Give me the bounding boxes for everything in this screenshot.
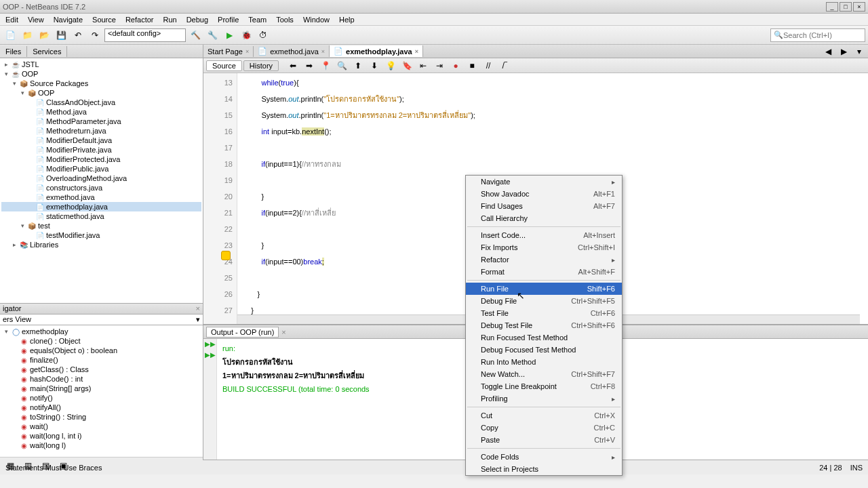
search-input[interactable]	[783, 31, 851, 39]
build-icon[interactable]: 🔨	[188, 28, 203, 43]
context-menu[interactable]: NavigateShow JavadocAlt+F1Find UsagesAlt…	[465, 175, 623, 476]
toggle-hl-icon[interactable]: 💡	[383, 58, 398, 73]
ctx-run-focused-test-method[interactable]: Run Focused Test Method	[466, 331, 622, 344]
close-icon[interactable]: ×	[196, 304, 200, 312]
new-project-icon[interactable]: 📁	[20, 28, 35, 43]
ctx-debug-test-file[interactable]: Debug Test FileCtrl+Shift+F6	[466, 319, 622, 331]
profile-icon[interactable]: ⏱	[256, 28, 271, 43]
ctx-format[interactable]: FormatAlt+Shift+F	[466, 266, 622, 278]
nav-member[interactable]: ◉toString() : String	[1, 412, 201, 422]
comment-icon[interactable]: //	[481, 58, 496, 73]
tab-start-page[interactable]: Start Page×	[203, 46, 254, 57]
stop-icon[interactable]: ▶▶	[205, 351, 214, 361]
search-box[interactable]: 🔍	[770, 28, 865, 42]
ctx-refactor[interactable]: Refactor	[466, 253, 622, 266]
tree-file[interactable]: 📄testModifier.java	[1, 230, 201, 240]
nav-member[interactable]: ◉main(String[] args)	[1, 384, 201, 393]
macro-stop-icon[interactable]: ■	[465, 58, 479, 73]
ctx-profiling[interactable]: Profiling	[466, 392, 622, 405]
tree-pkg-oop[interactable]: ▾📦OOP	[1, 88, 201, 98]
shift-left-icon[interactable]: ⇤	[416, 58, 431, 73]
ctx-debug-focused-test-method[interactable]: Debug Focused Test Method	[466, 344, 622, 356]
undo-icon[interactable]: ↶	[71, 28, 85, 43]
nav-member[interactable]: ◉notifyAll()	[1, 403, 201, 412]
tree-src-packages[interactable]: ▾📦Source Packages	[1, 79, 201, 88]
tree-file[interactable]: 📄constructors.java	[1, 183, 201, 192]
nav-fwd-icon[interactable]: ➡	[302, 58, 317, 73]
find-prev-icon[interactable]: ⬆	[351, 58, 366, 73]
code-area[interactable]: while(true){ System.out.println("โปรดกรอ…	[237, 73, 481, 324]
tree-file[interactable]: 📄exmethod.java	[1, 192, 201, 202]
project-tree[interactable]: ▸☕JSTL▾☕OOP▾📦Source Packages▾📦OOP📄ClassA…	[0, 58, 203, 303]
tree-oop[interactable]: ▾☕OOP	[1, 69, 201, 79]
members-tree[interactable]: ▾◯exmethodplay◉clone() : Object◉equals(O…	[0, 325, 203, 457]
bookmark-icon[interactable]: 🔖	[399, 58, 414, 73]
config-select[interactable]: <default config>	[104, 28, 186, 42]
prev-tab-icon[interactable]: ◀	[821, 44, 835, 59]
maximize-button[interactable]: □	[840, 2, 852, 12]
menu-edit[interactable]: Edit	[1, 15, 22, 24]
menu-debug[interactable]: Debug	[182, 15, 212, 24]
next-tab-icon[interactable]: ▶	[836, 44, 851, 59]
ctx-run-into-method[interactable]: Run Into Method	[466, 356, 622, 368]
ctx-code-folds[interactable]: Code Folds	[466, 451, 622, 463]
tree-file[interactable]: 📄ClassAndObject.java	[1, 98, 201, 107]
nav-member[interactable]: ◉finalize()	[1, 355, 201, 365]
close-icon[interactable]: ×	[321, 48, 325, 55]
ctx-call-hierarchy[interactable]: Call Hierarchy	[466, 212, 622, 224]
new-file-icon[interactable]: 📄	[3, 28, 18, 43]
tree-file[interactable]: 📄exmethodplay.java	[1, 202, 201, 211]
tab-files[interactable]: Files	[0, 46, 27, 57]
tab-exmethod[interactable]: 📄exmethod.java×	[254, 45, 330, 57]
open-icon[interactable]: 📂	[37, 28, 52, 43]
ctx-insert-code-[interactable]: Insert Code...Alt+Insert	[466, 229, 622, 241]
tree-file[interactable]: 📄Method.java	[1, 107, 201, 117]
tree-file[interactable]: 📄OverloadingMethod.java	[1, 174, 201, 183]
ctx-new-watch-[interactable]: New Watch...Ctrl+Shift+F7	[466, 368, 622, 380]
source-button[interactable]: Source	[206, 60, 242, 71]
tree-file[interactable]: 📄MethodParameter.java	[1, 117, 201, 126]
ctx-navigate[interactable]: Navigate	[466, 176, 622, 188]
ctx-cut[interactable]: CutCtrl+X	[466, 409, 622, 422]
ctx-fix-imports[interactable]: Fix ImportsCtrl+Shift+I	[466, 241, 622, 253]
menu-navigate[interactable]: Navigate	[50, 15, 87, 24]
clean-build-icon[interactable]: 🔧	[205, 28, 220, 43]
tree-file[interactable]: 📄Methodreturn.java	[1, 126, 201, 136]
last-edit-icon[interactable]: 📍	[318, 58, 333, 73]
nav-member[interactable]: ◉getClass() : Class	[1, 365, 201, 374]
close-icon[interactable]: ×	[415, 48, 418, 55]
find-next-icon[interactable]: ⬇	[367, 58, 382, 73]
menu-view[interactable]: View	[24, 15, 48, 24]
minimize-button[interactable]: _	[826, 2, 838, 12]
warning-icon[interactable]	[221, 251, 231, 260]
nav-class[interactable]: ▾◯exmethodplay	[1, 327, 201, 336]
ctx-test-file[interactable]: Test FileCtrl+F6	[466, 307, 622, 319]
nav-back-icon[interactable]: ⬅	[285, 58, 300, 73]
tree-file[interactable]: 📄ModifierPrivate.java	[1, 145, 201, 155]
close-icon[interactable]: ×	[281, 328, 285, 336]
ctx-debug-file[interactable]: Debug FileCtrl+Shift+F5	[466, 295, 622, 307]
shift-right-icon[interactable]: ⇥	[432, 58, 447, 73]
ctx-paste[interactable]: PasteCtrl+V	[466, 434, 622, 446]
rerun-icon[interactable]: ▶▶	[205, 340, 214, 350]
tab-services[interactable]: Services	[27, 46, 67, 57]
menu-window[interactable]: Window	[299, 15, 334, 24]
menu-profile[interactable]: Profile	[214, 15, 243, 24]
tab-list-icon[interactable]: ▾	[852, 44, 867, 59]
ctx-find-usages[interactable]: Find UsagesAlt+F7	[466, 200, 622, 212]
redo-icon[interactable]: ↷	[87, 28, 102, 43]
nav-member[interactable]: ◉clone() : Object	[1, 336, 201, 346]
ctx-toggle-line-breakpoint[interactable]: Toggle Line BreakpointCtrl+F8	[466, 380, 622, 392]
tree-file[interactable]: 📄staticmethod.java	[1, 211, 201, 221]
uncomment-icon[interactable]: /‾	[497, 58, 512, 73]
debug-icon[interactable]: 🐞	[239, 28, 254, 43]
tree-file[interactable]: 📄ModifierPublic.java	[1, 164, 201, 174]
save-all-icon[interactable]: 💾	[54, 28, 68, 43]
tab-exmethodplay[interactable]: 📄exmethodplay.java×	[330, 45, 423, 57]
tree-pkg-test[interactable]: ▾📦test	[1, 221, 201, 230]
close-icon[interactable]: ×	[245, 48, 249, 55]
menu-source[interactable]: Source	[88, 15, 120, 24]
tree-libraries[interactable]: ▸📚Libraries	[1, 240, 201, 249]
menu-run[interactable]: Run	[159, 15, 180, 24]
ctx-show-javadoc[interactable]: Show JavadocAlt+F1	[466, 188, 622, 200]
